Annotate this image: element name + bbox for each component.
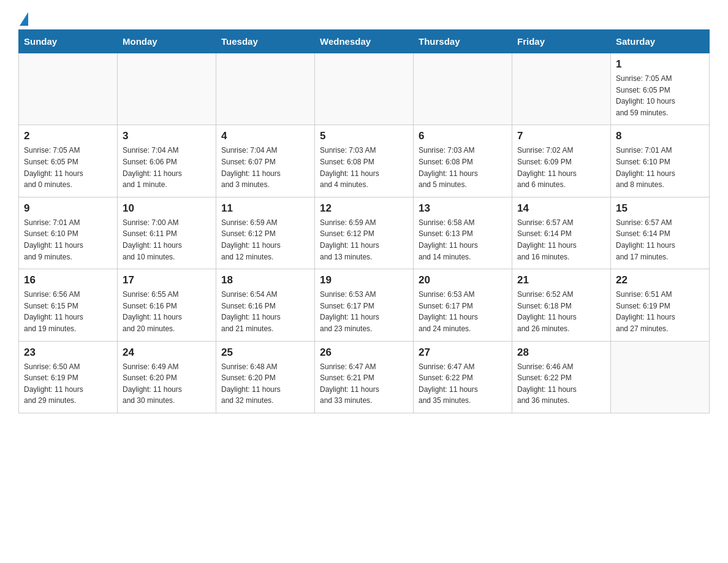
day-number: 7 [517, 130, 605, 142]
logo-triangle-icon [20, 12, 28, 26]
day-info: Sunrise: 6:47 AMSunset: 6:21 PMDaylight:… [320, 361, 408, 407]
day-number: 16 [24, 274, 112, 286]
calendar-cell: 1Sunrise: 7:05 AMSunset: 6:05 PMDaylight… [611, 53, 710, 125]
day-number: 6 [419, 130, 507, 142]
day-number: 24 [123, 347, 211, 359]
calendar-cell: 8Sunrise: 7:01 AMSunset: 6:10 PMDaylight… [611, 125, 710, 197]
calendar-cell [216, 53, 315, 125]
column-header-friday: Friday [512, 30, 611, 53]
day-info: Sunrise: 6:48 AMSunset: 6:20 PMDaylight:… [221, 361, 309, 407]
day-number: 27 [419, 347, 507, 359]
day-info: Sunrise: 7:01 AMSunset: 6:10 PMDaylight:… [616, 145, 704, 190]
day-number: 20 [419, 274, 507, 286]
day-info: Sunrise: 6:49 AMSunset: 6:20 PMDaylight:… [123, 361, 211, 407]
day-number: 13 [419, 202, 507, 215]
calendar-table: SundayMondayTuesdayWednesdayThursdayFrid… [18, 29, 710, 413]
calendar-week-row: 2Sunrise: 7:05 AMSunset: 6:05 PMDaylight… [19, 125, 710, 197]
calendar-cell [315, 53, 414, 125]
day-number: 2 [24, 130, 112, 142]
day-info: Sunrise: 6:59 AMSunset: 6:12 PMDaylight:… [320, 217, 408, 262]
calendar-cell: 7Sunrise: 7:02 AMSunset: 6:09 PMDaylight… [512, 125, 611, 197]
calendar-cell: 26Sunrise: 6:47 AMSunset: 6:21 PMDayligh… [315, 341, 414, 413]
day-info: Sunrise: 7:05 AMSunset: 6:05 PMDaylight:… [616, 73, 704, 118]
calendar-cell: 24Sunrise: 6:49 AMSunset: 6:20 PMDayligh… [118, 341, 216, 413]
day-info: Sunrise: 6:59 AMSunset: 6:12 PMDaylight:… [221, 217, 309, 262]
calendar-cell: 9Sunrise: 7:01 AMSunset: 6:10 PMDaylight… [19, 197, 118, 269]
day-info: Sunrise: 6:47 AMSunset: 6:22 PMDaylight:… [419, 361, 507, 407]
calendar-cell [414, 53, 512, 125]
calendar-cell: 25Sunrise: 6:48 AMSunset: 6:20 PMDayligh… [216, 341, 315, 413]
calendar-cell: 10Sunrise: 7:00 AMSunset: 6:11 PMDayligh… [118, 197, 216, 269]
calendar-cell: 23Sunrise: 6:50 AMSunset: 6:19 PMDayligh… [19, 341, 118, 413]
logo [18, 12, 29, 23]
calendar-cell: 4Sunrise: 7:04 AMSunset: 6:07 PMDaylight… [216, 125, 315, 197]
calendar-cell: 17Sunrise: 6:55 AMSunset: 6:16 PMDayligh… [118, 269, 216, 341]
calendar-cell: 27Sunrise: 6:47 AMSunset: 6:22 PMDayligh… [414, 341, 512, 413]
day-info: Sunrise: 6:57 AMSunset: 6:14 PMDaylight:… [616, 217, 704, 262]
calendar-cell: 28Sunrise: 6:46 AMSunset: 6:22 PMDayligh… [512, 341, 611, 413]
day-info: Sunrise: 6:53 AMSunset: 6:17 PMDaylight:… [419, 289, 507, 334]
calendar-cell: 22Sunrise: 6:51 AMSunset: 6:19 PMDayligh… [611, 269, 710, 341]
calendar-cell: 6Sunrise: 7:03 AMSunset: 6:08 PMDaylight… [414, 125, 512, 197]
day-number: 12 [320, 202, 408, 215]
calendar-cell: 16Sunrise: 6:56 AMSunset: 6:15 PMDayligh… [19, 269, 118, 341]
column-header-sunday: Sunday [19, 30, 118, 53]
calendar-week-row: 16Sunrise: 6:56 AMSunset: 6:15 PMDayligh… [19, 269, 710, 341]
day-number: 5 [320, 130, 408, 142]
day-info: Sunrise: 6:46 AMSunset: 6:22 PMDaylight:… [517, 361, 605, 407]
day-number: 9 [24, 202, 112, 215]
calendar-cell: 19Sunrise: 6:53 AMSunset: 6:17 PMDayligh… [315, 269, 414, 341]
calendar-week-row: 9Sunrise: 7:01 AMSunset: 6:10 PMDaylight… [19, 197, 710, 269]
day-info: Sunrise: 7:01 AMSunset: 6:10 PMDaylight:… [24, 217, 112, 262]
day-number: 21 [517, 274, 605, 286]
column-header-tuesday: Tuesday [216, 30, 315, 53]
day-number: 23 [24, 347, 112, 359]
calendar-cell [19, 53, 118, 125]
calendar-header-row: SundayMondayTuesdayWednesdayThursdayFrid… [19, 30, 710, 53]
day-number: 8 [616, 130, 704, 142]
calendar-cell: 13Sunrise: 6:58 AMSunset: 6:13 PMDayligh… [414, 197, 512, 269]
calendar-cell [118, 53, 216, 125]
calendar-week-row: 1Sunrise: 7:05 AMSunset: 6:05 PMDaylight… [19, 53, 710, 125]
day-number: 25 [221, 347, 309, 359]
day-info: Sunrise: 6:50 AMSunset: 6:19 PMDaylight:… [24, 361, 112, 407]
day-info: Sunrise: 7:02 AMSunset: 6:09 PMDaylight:… [517, 145, 605, 190]
day-number: 4 [221, 130, 309, 142]
day-number: 28 [517, 347, 605, 359]
day-number: 1 [616, 58, 704, 71]
calendar-cell: 11Sunrise: 6:59 AMSunset: 6:12 PMDayligh… [216, 197, 315, 269]
calendar-cell: 15Sunrise: 6:57 AMSunset: 6:14 PMDayligh… [611, 197, 710, 269]
day-info: Sunrise: 7:04 AMSunset: 6:06 PMDaylight:… [123, 145, 211, 190]
calendar-week-row: 23Sunrise: 6:50 AMSunset: 6:19 PMDayligh… [19, 341, 710, 413]
calendar-cell: 14Sunrise: 6:57 AMSunset: 6:14 PMDayligh… [512, 197, 611, 269]
day-info: Sunrise: 7:03 AMSunset: 6:08 PMDaylight:… [320, 145, 408, 190]
calendar-cell: 5Sunrise: 7:03 AMSunset: 6:08 PMDaylight… [315, 125, 414, 197]
day-info: Sunrise: 6:51 AMSunset: 6:19 PMDaylight:… [616, 289, 704, 334]
calendar-cell: 20Sunrise: 6:53 AMSunset: 6:17 PMDayligh… [414, 269, 512, 341]
day-number: 11 [221, 202, 309, 215]
day-info: Sunrise: 6:58 AMSunset: 6:13 PMDaylight:… [419, 217, 507, 262]
calendar-cell: 12Sunrise: 6:59 AMSunset: 6:12 PMDayligh… [315, 197, 414, 269]
day-info: Sunrise: 7:03 AMSunset: 6:08 PMDaylight:… [419, 145, 507, 190]
day-info: Sunrise: 6:55 AMSunset: 6:16 PMDaylight:… [123, 289, 211, 334]
day-info: Sunrise: 6:53 AMSunset: 6:17 PMDaylight:… [320, 289, 408, 334]
calendar-cell [512, 53, 611, 125]
day-info: Sunrise: 6:52 AMSunset: 6:18 PMDaylight:… [517, 289, 605, 334]
day-number: 19 [320, 274, 408, 286]
day-number: 3 [123, 130, 211, 142]
day-info: Sunrise: 6:54 AMSunset: 6:16 PMDaylight:… [221, 289, 309, 334]
calendar-cell [611, 341, 710, 413]
column-header-wednesday: Wednesday [315, 30, 414, 53]
day-info: Sunrise: 6:57 AMSunset: 6:14 PMDaylight:… [517, 217, 605, 262]
calendar-cell: 18Sunrise: 6:54 AMSunset: 6:16 PMDayligh… [216, 269, 315, 341]
day-info: Sunrise: 7:00 AMSunset: 6:11 PMDaylight:… [123, 217, 211, 262]
calendar-cell: 2Sunrise: 7:05 AMSunset: 6:05 PMDaylight… [19, 125, 118, 197]
day-number: 18 [221, 274, 309, 286]
day-info: Sunrise: 6:56 AMSunset: 6:15 PMDaylight:… [24, 289, 112, 334]
column-header-thursday: Thursday [414, 30, 512, 53]
day-number: 26 [320, 347, 408, 359]
day-info: Sunrise: 7:04 AMSunset: 6:07 PMDaylight:… [221, 145, 309, 190]
day-number: 15 [616, 202, 704, 215]
day-number: 10 [123, 202, 211, 215]
column-header-saturday: Saturday [611, 30, 710, 53]
